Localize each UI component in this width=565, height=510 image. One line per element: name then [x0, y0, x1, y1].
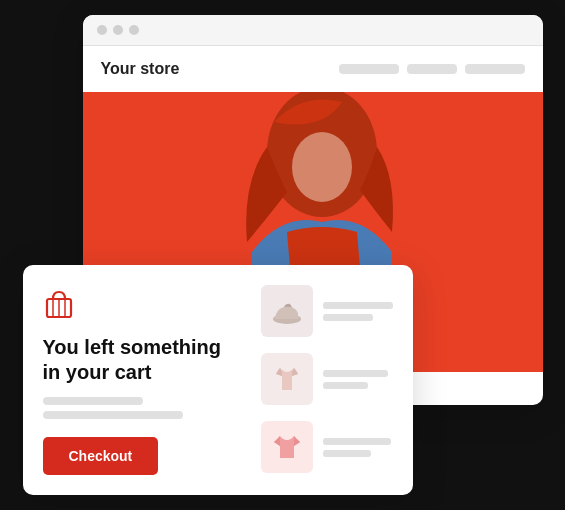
- nav-placeholder-2: [407, 64, 457, 74]
- scene: Your store: [23, 15, 543, 495]
- product-thumb-shirt: [261, 421, 313, 473]
- shopping-cart-icon: [43, 289, 75, 319]
- nav-placeholder-3: [465, 64, 525, 74]
- store-header: Your store: [83, 46, 543, 92]
- browser-dot-red: [97, 25, 107, 35]
- product-row-shirt: [261, 421, 393, 473]
- product-thumb-jacket: [261, 353, 313, 405]
- jacket-line-2: [323, 382, 368, 389]
- shoes-line-1: [323, 302, 393, 309]
- text-line-2: [43, 411, 183, 419]
- shirt-icon: [270, 430, 304, 464]
- popup-products: [261, 285, 393, 473]
- popup-card: You left something in your cart Checkout: [23, 265, 413, 495]
- store-title: Your store: [101, 60, 180, 78]
- product-thumb-shoes: [261, 285, 313, 337]
- browser-dot-green: [129, 25, 139, 35]
- header-nav-placeholders: [339, 64, 525, 74]
- shoes-icon: [270, 297, 304, 325]
- svg-point-1: [292, 132, 352, 202]
- product-info-shoes: [323, 302, 393, 321]
- shirt-line-1: [323, 438, 391, 445]
- product-info-jacket: [323, 370, 388, 389]
- product-row-shoes: [261, 285, 393, 337]
- checkout-button[interactable]: Checkout: [43, 437, 159, 475]
- jacket-icon: [270, 362, 304, 396]
- jacket-line-1: [323, 370, 388, 377]
- browser-dot-yellow: [113, 25, 123, 35]
- nav-placeholder-1: [339, 64, 399, 74]
- shirt-line-2: [323, 450, 371, 457]
- product-row-jacket: [261, 353, 393, 405]
- browser-chrome: [83, 15, 543, 46]
- text-line-1: [43, 397, 143, 405]
- shoes-line-2: [323, 314, 373, 321]
- product-info-shirt: [323, 438, 391, 457]
